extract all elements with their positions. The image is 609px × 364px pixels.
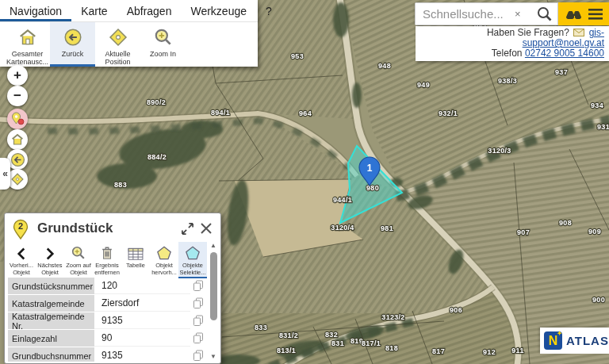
copy-icon [193, 280, 204, 292]
panel-close-button[interactable] [197, 219, 216, 238]
sidebar-collapse-button[interactable]: « [0, 158, 10, 190]
parcel-label: 831 [331, 339, 344, 347]
close-icon [200, 222, 213, 235]
copy-button[interactable] [190, 278, 206, 294]
parcel-label: 953 [291, 52, 304, 60]
panel-tool-zoom-to-object[interactable]: Zoom aufObjekt [64, 242, 93, 278]
search-submit-button[interactable] [532, 2, 558, 25]
back-arrow-icon [10, 152, 25, 167]
current-position-button[interactable]: Aktuelle Position [95, 22, 140, 67]
panel-expand-button[interactable] [178, 219, 197, 238]
search-icon [536, 6, 553, 23]
attribute-value: Ziersdorf [94, 295, 190, 312]
copy-button[interactable] [190, 312, 206, 329]
parcel-label: 890/2 [147, 98, 166, 106]
attribute-label: Katastralgemeinde Nr. [8, 312, 94, 329]
parcel-label: 937 [555, 68, 568, 76]
attribute-row: KatastralgemeindeZiersdorf [8, 295, 206, 312]
panel-scrollbar[interactable]: ▲ ▼ [208, 242, 219, 361]
ribbon-label: Kartenausc... [6, 58, 48, 66]
panel-tool-previous-object[interactable]: Vorheri...Objekt [7, 242, 36, 278]
search-bar: × [415, 2, 609, 25]
attribute-value: 120 [94, 278, 190, 294]
tab-help[interactable]: ? [256, 0, 282, 21]
copy-icon [193, 332, 204, 344]
parcel-label: 964 [299, 109, 312, 117]
attribute-label: Katastralgemeinde [8, 295, 94, 312]
parcel-label: 894/1 [211, 109, 230, 117]
zoom-in-magnifier-icon [153, 27, 174, 48]
help-strip: Haben Sie Fragen? gis-support@noel.gv.at… [416, 26, 609, 61]
parcel-label: 981 [381, 224, 393, 232]
parcel-label: 907 [517, 228, 530, 236]
panel-tool-table[interactable]: Tabelle [121, 242, 150, 278]
position-diamond-icon [10, 172, 25, 186]
parcel-label: 900 [592, 296, 605, 304]
parcel-label: 3120/3 [488, 147, 511, 155]
search-input[interactable] [416, 7, 511, 21]
home-icon [17, 27, 38, 48]
parcel-label: 3120/4 [331, 224, 354, 232]
panel-badge: 2 [18, 221, 23, 231]
binoculars-icon[interactable] [565, 7, 583, 21]
attribute-label: Grundstücksnummer [8, 278, 94, 294]
search-clear-icon[interactable]: × [511, 8, 524, 20]
tab-navigation[interactable]: Navigation [0, 0, 71, 21]
back-button[interactable]: Zurück [50, 22, 95, 67]
map-zoom-out-button[interactable]: − [7, 86, 28, 106]
ribbon-label: Aktuelle [105, 50, 130, 58]
parcel-label: 912 [483, 348, 496, 356]
copy-button[interactable] [190, 347, 206, 362]
map-home-button[interactable] [7, 129, 28, 150]
attribute-table: Grundstücksnummer120KatastralgemeindeZie… [8, 278, 206, 362]
marker-number: 1 [367, 163, 373, 174]
full-extent-button[interactable]: Gesamter Kartenausc... [5, 22, 50, 67]
copy-icon [193, 350, 204, 362]
expand-icon [181, 222, 194, 236]
panel-tool-next-object[interactable]: NächstesObjekt [36, 242, 64, 278]
star-icon: ✦ [557, 331, 562, 337]
parcel-label: 911 [511, 347, 523, 354]
help-prompt: Haben Sie Fragen? [487, 27, 569, 38]
panel-tool-highlight-object[interactable]: Objekthervorh... [150, 242, 178, 278]
position-diamond-icon [108, 27, 128, 48]
parcel-label: 906 [450, 306, 462, 314]
copy-button[interactable] [190, 330, 206, 347]
scrollbar-thumb[interactable] [210, 252, 217, 320]
parcel-label: 831/2 [279, 331, 298, 339]
scroll-down-icon[interactable]: ▼ [210, 353, 216, 361]
parcel-label: 813/1 [277, 347, 296, 354]
main-menu: Navigation Karte Abfragen Werkzeuge ? Ge… [0, 0, 258, 67]
email-icon [573, 29, 584, 36]
attribute-row: Grundbuchsnummer9135 [8, 347, 206, 362]
panel-title: Grundstück [37, 220, 178, 236]
atlas-logo-text: ATLAS [566, 334, 609, 347]
map-zoom-in-button[interactable]: + [7, 65, 28, 86]
menu-hamburger-icon[interactable] [588, 9, 603, 20]
parcel-label: 3123/2 [381, 313, 404, 321]
back-arrow-icon [63, 27, 83, 48]
marker-tool-button[interactable] [7, 109, 28, 129]
result-pin-icon: 2 [11, 217, 30, 239]
zoom-in-button[interactable]: Zoom In [140, 22, 186, 67]
copy-icon [193, 297, 204, 309]
phone-prefix: Telefon [492, 48, 523, 59]
panel-tool-remove-result[interactable]: Ergebnisentfernen [93, 242, 121, 278]
attribute-row: Grundstücksnummer120 [8, 278, 206, 294]
tab-abfragen[interactable]: Abfragen [117, 0, 182, 21]
pentagon-yellow-icon [156, 243, 172, 261]
copy-button[interactable] [190, 295, 206, 312]
attribute-row: Einlagezahl90 [8, 330, 206, 347]
trash-icon [100, 243, 114, 261]
table-grid-icon [128, 243, 144, 261]
ribbon-label: Zoom In [150, 50, 176, 58]
parcel-label: 944/1 [333, 196, 352, 204]
tab-karte[interactable]: Karte [71, 0, 117, 21]
support-phone-link[interactable]: 02742 9005 14600 [525, 48, 604, 59]
tab-werkzeuge[interactable]: Werkzeuge [181, 0, 256, 21]
home-icon [10, 132, 25, 147]
ribbon-label: Gesamter [12, 50, 44, 58]
parcel-label: 883 [114, 181, 127, 189]
panel-tool-select-objects[interactable]: ObjekteSelektie... [178, 242, 207, 278]
scroll-up-icon[interactable]: ▲ [210, 242, 216, 250]
